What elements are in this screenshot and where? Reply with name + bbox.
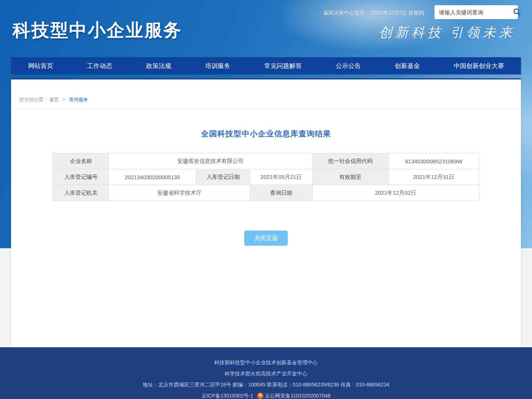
nav-item[interactable]: 工作动态	[85, 62, 115, 70]
content-panel: 您当前位置： 首页 > 查询服务 全国科技型中小企业信息库查询结果 企业名称安徽…	[11, 78, 521, 347]
query-result-table: 企业名称安徽塔孜信息技术有限公司统一社会信用代码9134030008523106…	[53, 153, 479, 201]
field-value: 2021年12月31日	[389, 169, 479, 185]
table-row: 入库登记编号202134030200005135入库登记日期2021年05月21…	[53, 169, 479, 185]
table-row: 入库登记机关安徽省科学技术厅查询日期2021年12月02日	[53, 185, 479, 201]
field-value: 安徽省科学技术厅	[109, 185, 250, 201]
page-footer: 科技部科技型中小企业技术创新基金管理中心 科学技术部火炬高技术产业开发中心 地址…	[0, 347, 532, 399]
field-label: 入库登记编号	[53, 169, 109, 185]
field-label: 入库登记日期	[196, 169, 250, 185]
field-value: 202134030200005135	[109, 169, 196, 185]
result-table-body: 企业名称安徽塔孜信息技术有限公司统一社会信用代码9134030008523106…	[53, 153, 479, 201]
field-value: 2021年05月21日	[250, 169, 312, 185]
slogan-text: 创新科技 引领未来	[379, 24, 515, 42]
breadcrumb-prefix: 您当前位置：	[19, 97, 48, 102]
return-torch-home-link[interactable]: 返回火炬中心首页	[323, 10, 365, 17]
field-value: 2021年12月02日	[312, 185, 479, 201]
field-label: 有效期至	[312, 169, 389, 185]
breadcrumb-current-link[interactable]: 查询服务	[69, 97, 88, 102]
table-row: 企业名称安徽塔孜信息技术有限公司统一社会信用代码9134030008523106…	[53, 153, 479, 169]
current-date-text: 2021年12月2日 星期四	[371, 10, 424, 17]
footer-record-line: 京ICP备13019302号-1京公网安备11010202007048	[0, 390, 532, 399]
nav-item[interactable]: 创新基金	[392, 62, 422, 70]
public-security-badge-icon	[257, 392, 263, 399]
nav-item[interactable]: 中国创新创业大赛	[451, 62, 506, 70]
main-nav: 网站首页工作动态政策法规培训服务常见问题解答公示公告创新基金中国创新创业大赛	[11, 57, 521, 74]
close-page-button[interactable]: 关闭页面	[244, 231, 288, 246]
header-top-links: 返回火炬中心首页 2021年12月2日 星期四	[323, 10, 423, 17]
nav-item[interactable]: 培训服务	[203, 62, 232, 70]
search-button[interactable]	[512, 7, 521, 17]
icp-record-link[interactable]: 京ICP备13019302号-1	[201, 393, 253, 399]
field-label: 入库登记机关	[53, 185, 109, 201]
nav-item[interactable]: 常见问题解答	[262, 62, 304, 70]
field-label: 企业名称	[53, 153, 109, 169]
field-value: 91340300085231069W	[389, 153, 479, 169]
footer-org-line-2: 科学技术部火炬高技术产业开发中心	[0, 368, 532, 379]
breadcrumb: 您当前位置： 首页 > 查询服务	[11, 79, 521, 109]
nav-item[interactable]: 公示公告	[334, 62, 363, 70]
search-box	[434, 5, 518, 19]
field-label: 统一社会信用代码	[312, 153, 389, 169]
footer-org-line-1: 科技部科技型中小企业技术创新基金管理中心	[0, 347, 532, 368]
security-record-link[interactable]: 京公网安备11010202007048	[265, 393, 331, 399]
site-logo: 科技型中小企业服务	[13, 18, 182, 42]
nav-item[interactable]: 网站首页	[26, 62, 55, 70]
nav-item[interactable]: 政策法规	[144, 62, 173, 70]
search-input[interactable]	[439, 9, 512, 16]
page-title: 全国科技型中小企业信息库查询结果	[11, 129, 521, 139]
field-value: 安徽塔孜信息技术有限公司	[109, 153, 312, 169]
breadcrumb-home-link[interactable]: 首页	[50, 97, 59, 102]
breadcrumb-separator: >	[62, 97, 65, 102]
search-icon	[512, 7, 521, 17]
footer-contact-line: 地址：北京市西城区三里河二区甲18号 邮编：100045 联系电话：010-88…	[0, 379, 532, 390]
field-label: 查询日期	[250, 185, 312, 201]
button-row: 关闭页面	[11, 231, 521, 246]
